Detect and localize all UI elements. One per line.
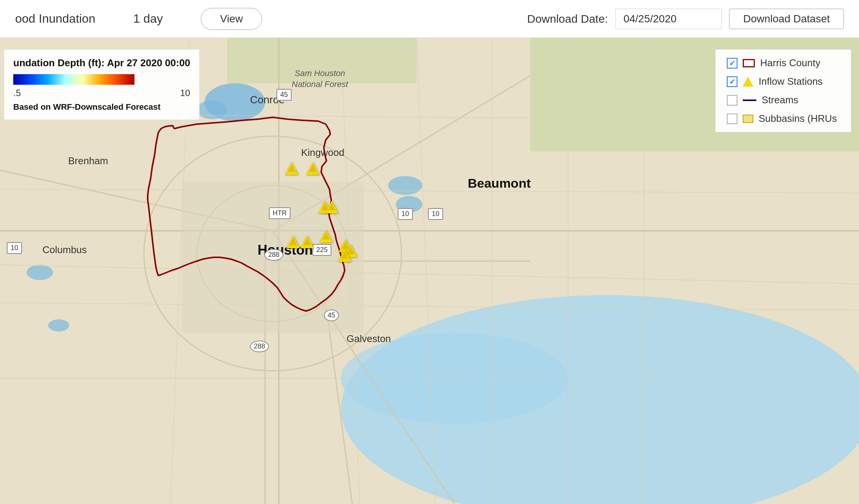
inundation-note: Based on WRF-Downscaled Forecast xyxy=(13,102,190,112)
top-bar: ood Inundation 1 day View Download Date:… xyxy=(0,0,859,38)
svg-point-6 xyxy=(48,319,69,331)
page-title: ood Inundation xyxy=(15,12,95,26)
svg-rect-10 xyxy=(227,38,417,83)
subbasins-checkbox[interactable] xyxy=(727,114,737,124)
45b-shield: 45 xyxy=(324,310,339,321)
inflow-stations-icon xyxy=(743,77,753,87)
i45-shield: 45 xyxy=(276,89,292,101)
station-marker-1[interactable] xyxy=(285,162,298,175)
legend-item-streams[interactable]: Streams xyxy=(727,94,840,106)
htr-shield: HTR xyxy=(269,207,290,219)
colorbar-labels: .5 10 xyxy=(13,88,190,98)
i10b-shield: 10 xyxy=(428,208,443,220)
map-legend: Harris County Inflow Stations Streams Su… xyxy=(715,49,851,132)
legend-item-inflow-stations[interactable]: Inflow Stations xyxy=(727,76,840,87)
svg-point-5 xyxy=(27,265,53,280)
station-marker-7[interactable] xyxy=(300,235,314,248)
225-shield: 225 xyxy=(312,244,331,256)
legend-item-harris-county[interactable]: Harris County xyxy=(727,57,840,69)
harris-county-label: Harris County xyxy=(760,57,820,69)
inflow-stations-checkbox[interactable] xyxy=(727,76,737,87)
station-marker-2[interactable] xyxy=(306,162,320,175)
svg-point-7 xyxy=(388,176,422,195)
288-shield: 288 xyxy=(264,249,283,261)
inflow-stations-label: Inflow Stations xyxy=(759,76,823,87)
subbasins-label: Subbasins (HRUs xyxy=(759,113,837,124)
i10a-shield: 10 xyxy=(398,208,413,220)
download-date-label: Download Date: xyxy=(527,12,608,25)
inundation-legend: undation Depth (ft): Apr 27 2020 00:00 .… xyxy=(4,49,200,120)
duration-label: 1 day xyxy=(133,12,163,26)
download-section: Download Date: Download Dataset xyxy=(527,9,844,29)
subbasins-icon xyxy=(743,115,753,123)
download-date-input[interactable] xyxy=(615,9,722,29)
station-marker-6[interactable] xyxy=(286,235,300,248)
station-marker-4[interactable] xyxy=(325,201,339,213)
colorbar xyxy=(13,74,134,85)
map-container[interactable]: Houston Conroe Kingwood Beaumont Brenham… xyxy=(0,38,859,504)
harris-county-checkbox[interactable] xyxy=(727,58,737,68)
streams-label: Streams xyxy=(762,94,798,106)
colorbar-max: 10 xyxy=(180,88,190,98)
station-marker-5[interactable] xyxy=(319,230,333,243)
streams-icon xyxy=(743,100,756,101)
i10c-shield: 10 xyxy=(7,242,22,254)
station-marker-10[interactable] xyxy=(338,249,351,262)
inundation-title: undation Depth (ft): Apr 27 2020 00:00 xyxy=(13,57,190,69)
download-dataset-button[interactable]: Download Dataset xyxy=(729,9,844,29)
288b-shield: 288 xyxy=(250,341,269,352)
svg-point-4 xyxy=(197,100,227,119)
harris-county-icon xyxy=(743,59,755,67)
streams-checkbox[interactable] xyxy=(727,95,737,106)
view-button[interactable]: View xyxy=(201,8,262,30)
legend-item-subbasins[interactable]: Subbasins (HRUs xyxy=(727,113,840,124)
colorbar-min: .5 xyxy=(13,88,21,98)
